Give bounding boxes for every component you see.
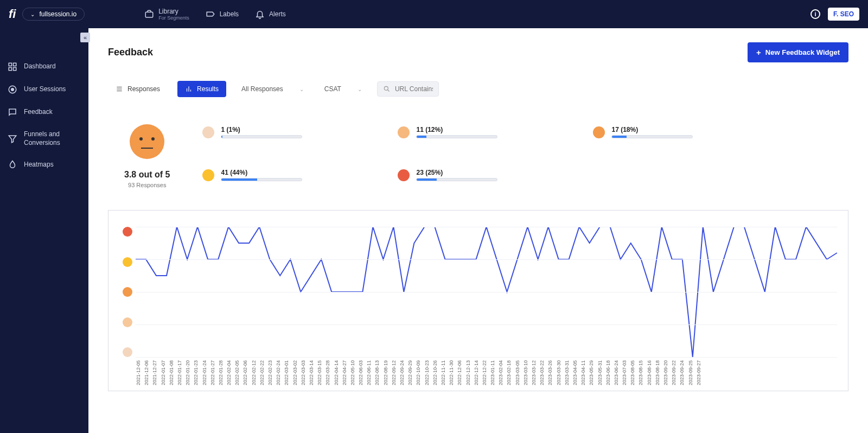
page-title: Feedback	[108, 47, 153, 58]
distribution-bar	[221, 135, 302, 138]
grid-line	[136, 292, 837, 292]
chart-y-axis	[119, 227, 136, 357]
distribution-item-3: 17 (18%)	[593, 119, 756, 145]
x-tick: 2023-03-12	[531, 360, 539, 385]
x-tick: 2022-12-06	[457, 360, 465, 385]
x-tick: 2022-03-14	[309, 360, 317, 385]
topbar: fi ⌄ fullsession.io Library For Segments…	[0, 0, 868, 28]
sidebar: Dashboard User Sessions Feedback Funnels…	[0, 28, 88, 433]
sidebar-item-dashboard[interactable]: Dashboard	[0, 55, 88, 78]
x-tick: 2023-03-31	[564, 360, 572, 385]
x-tick: 2022-02-06	[242, 360, 251, 385]
x-tick: 2022-02-24	[276, 360, 284, 385]
x-tick: 2022-09-24	[399, 360, 407, 385]
logo: fi	[9, 7, 16, 21]
info-icon[interactable]: i	[810, 9, 820, 19]
plus-icon: +	[756, 48, 761, 57]
feedback-icon	[8, 107, 17, 117]
library-icon	[144, 9, 154, 19]
sidebar-item-label: Heatmaps	[24, 161, 54, 169]
bell-icon	[255, 9, 265, 19]
face-icon-level-1	[202, 126, 214, 138]
overall-score: 3.8 out of 5 93 Responses	[124, 119, 170, 188]
x-tick: 2022-06-03	[358, 360, 366, 385]
x-tick: 2023-04-05	[572, 360, 580, 385]
tab-results[interactable]: Results	[177, 81, 226, 97]
tab-results-label: Results	[197, 85, 219, 93]
nav-library-label: Library	[158, 8, 189, 15]
sidebar-item-heatmaps[interactable]: Heatmaps	[0, 154, 88, 176]
filter-responses-dropdown[interactable]: All Responses ⌄	[236, 82, 309, 96]
x-tick: 2022-10-26	[432, 360, 441, 385]
nav-library[interactable]: Library For Segments	[144, 8, 189, 21]
x-tick: 2023-09-22	[671, 360, 679, 385]
x-tick: 2023-03-10	[523, 360, 531, 385]
x-tick: 2022-02-12	[251, 360, 259, 385]
heatmap-icon	[8, 160, 17, 170]
sidebar-item-label: Dashboard	[24, 62, 56, 71]
distribution-item-1: 1 (1%)	[202, 119, 365, 145]
x-tick: 2023-06-24	[614, 360, 622, 385]
x-tick: 2023-05-31	[597, 360, 605, 385]
y-axis-face-2	[123, 317, 132, 327]
x-tick: 2022-02-05	[234, 360, 242, 385]
site-selector[interactable]: ⌄ fullsession.io	[22, 8, 85, 21]
x-tick: 2022-01-08	[169, 360, 177, 385]
grid-line	[136, 227, 837, 227]
sidebar-item-funnels[interactable]: Funnels and Conversions	[0, 124, 88, 154]
search-icon	[383, 85, 391, 93]
nav-labels[interactable]: Labels	[206, 9, 239, 19]
face-icon-level-2	[398, 126, 410, 138]
x-tick: 2022-08-13	[374, 360, 382, 385]
x-tick: 2023-01-11	[490, 360, 498, 385]
nav-alerts[interactable]: Alerts	[255, 9, 286, 19]
x-tick: 2023-04-11	[580, 360, 589, 385]
svg-point-6	[11, 88, 14, 91]
distribution-label: 11 (12%)	[416, 126, 560, 133]
sidebar-collapse-button[interactable]: «	[80, 33, 90, 42]
filter-metric-value: CSAT	[324, 85, 341, 93]
y-axis-face-3	[123, 287, 132, 297]
sidebar-item-label: Funnels and Conversions	[24, 130, 81, 147]
user-badge[interactable]: F. SEO	[828, 8, 859, 21]
distribution-bar	[611, 135, 693, 138]
sidebar-item-user-sessions[interactable]: User Sessions	[0, 78, 88, 101]
tab-responses[interactable]: Responses	[108, 81, 168, 97]
face-icon-level-5	[398, 169, 410, 181]
x-tick: 2023-09-20	[663, 360, 671, 385]
sidebar-item-feedback[interactable]: Feedback	[0, 101, 88, 124]
nav-library-sub: For Segments	[158, 15, 189, 21]
x-tick: 2022-01-20	[185, 360, 193, 385]
x-tick: 2021-12-06	[144, 360, 152, 385]
x-tick: 2023-02-18	[506, 360, 514, 385]
x-tick: 2022-10-09	[416, 360, 424, 385]
grid-line	[136, 259, 837, 260]
url-search-input[interactable]	[395, 85, 433, 93]
distribution-label: 23 (25%)	[416, 169, 560, 176]
x-tick: 2022-02-23	[267, 360, 276, 385]
chevron-down-icon: ⌄	[30, 11, 35, 17]
summary-section: 3.8 out of 5 93 Responses 1 (1%)11 (12%)…	[108, 119, 848, 188]
distribution-item-4: 41 (44%)	[202, 162, 365, 188]
x-tick: 2023-09-27	[696, 360, 704, 385]
y-axis-face-4	[123, 257, 132, 267]
x-tick: 2023-08-16	[647, 360, 655, 385]
url-search[interactable]	[377, 81, 439, 97]
x-tick: 2021-12-27	[152, 360, 160, 385]
new-feedback-widget-button[interactable]: + New Feedback Widget	[748, 42, 848, 62]
x-tick: 2022-11-30	[449, 360, 457, 385]
sidebar-item-label: User Sessions	[24, 85, 66, 94]
x-tick: 2022-12-13	[465, 360, 474, 385]
x-tick: 2022-01-27	[210, 360, 218, 385]
x-tick: 2022-06-11	[366, 360, 374, 385]
svg-rect-2	[14, 63, 16, 66]
filter-metric-dropdown[interactable]: CSAT ⌄	[319, 82, 367, 96]
x-tick: 2022-09-29	[407, 360, 416, 385]
face-icon-level-4	[202, 169, 214, 181]
svg-rect-4	[14, 68, 16, 71]
x-tick: 2023-03-26	[547, 360, 556, 385]
x-tick: 2023-08-05	[630, 360, 638, 385]
chart-x-axis: 2021-12-052021-12-062021-12-272022-01-07…	[136, 360, 837, 385]
x-tick: 2023-02-04	[498, 360, 506, 385]
x-tick: 2022-04-14	[334, 360, 342, 385]
